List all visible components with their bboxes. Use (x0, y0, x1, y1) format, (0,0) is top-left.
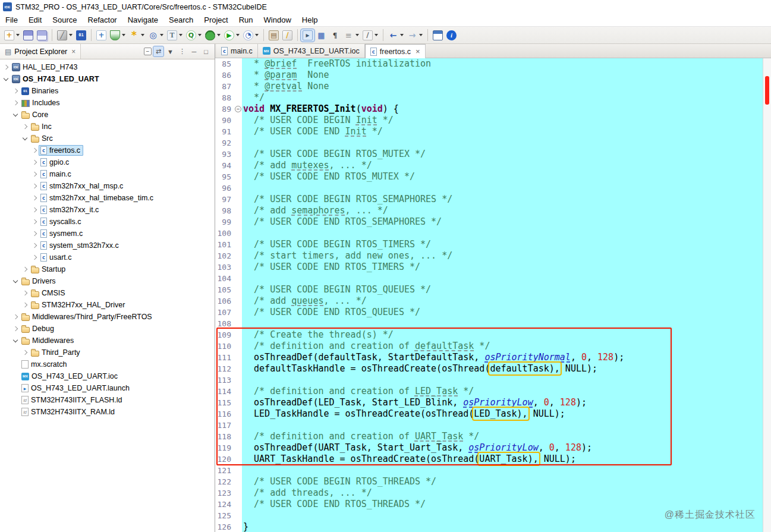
tree-arrow-icon[interactable] (21, 123, 29, 130)
tree-item[interactable]: Core (0, 109, 215, 121)
menu-project[interactable]: Project (199, 14, 233, 26)
tree-arrow-icon[interactable] (31, 242, 38, 249)
menu-refactor[interactable]: Refactor (83, 14, 122, 26)
tree-arrow-icon[interactable] (31, 182, 38, 190)
star-button[interactable]: * (127, 29, 146, 42)
menu-edit[interactable]: Edit (23, 14, 47, 26)
fold-collapse-icon[interactable]: − (235, 106, 241, 112)
tree-arrow-icon[interactable] (31, 218, 38, 225)
tree-item[interactable]: cstm32h7xx_hal_timebase_tim.c (0, 192, 215, 204)
dropdown-arrow-icon[interactable] (419, 34, 423, 36)
tree-arrow-icon[interactable] (2, 75, 10, 83)
tree-arrow-icon[interactable] (21, 301, 29, 309)
tree-item[interactable]: IDEOS_H743_LED_UART (0, 73, 215, 85)
tree-item[interactable]: STM32H7xx_HAL_Driver (0, 299, 215, 311)
run-button[interactable]: ▶ (222, 29, 241, 42)
build-all-button[interactable]: 01 (74, 29, 88, 42)
save-button[interactable] (21, 29, 35, 42)
dropdown-arrow-icon[interactable] (400, 34, 404, 36)
tree-arrow-icon[interactable] (31, 147, 38, 154)
knife-button[interactable]: ╱ (55, 29, 74, 42)
dropdown-arrow-icon[interactable] (179, 34, 182, 36)
tree-item[interactable]: Drivers (0, 275, 215, 287)
dropdown-arrow-icon[interactable] (375, 34, 378, 36)
edit-pen-button[interactable]: ∕ (361, 29, 380, 42)
maximize-icon[interactable]: □ (201, 46, 211, 56)
clipboard-button[interactable]: ▤ (267, 29, 281, 42)
menu-help[interactable]: Help (297, 14, 323, 26)
tree-item[interactable]: cmain.c (0, 168, 215, 180)
dropdown-arrow-icon[interactable] (217, 34, 221, 36)
tree-item[interactable]: Middlewares (0, 335, 215, 347)
overview-ruler[interactable] (763, 58, 771, 532)
tree-item[interactable]: csystem_stm32h7xx.c (0, 240, 215, 251)
tree-arrow-icon[interactable] (21, 289, 29, 297)
tree-arrow-icon[interactable] (12, 111, 19, 118)
info-button[interactable]: i (445, 29, 458, 42)
open-editor-window-button[interactable] (431, 29, 445, 42)
tree-item[interactable]: csyscalls.c (0, 216, 215, 228)
tree-arrow-icon[interactable] (21, 349, 29, 356)
dropdown-arrow-icon[interactable] (141, 34, 144, 36)
menu-run[interactable]: Run (234, 14, 259, 26)
tree-item[interactable]: CMSIS (0, 287, 215, 299)
tree-arrow-icon[interactable] (2, 64, 10, 71)
tab-main.c[interactable]: cmain.c (216, 44, 258, 58)
tree-arrow-icon[interactable] (12, 313, 19, 320)
mark-occurrences-button[interactable]: ≡ (342, 29, 361, 42)
link-editor-icon[interactable]: ⇄ (153, 46, 163, 56)
tree-item[interactable]: Middlewares/Third_Party/FreeRTOS (0, 311, 215, 323)
tree-arrow-icon[interactable] (12, 99, 19, 106)
code-area[interactable]: * @brief FreeRTOS initialization * @para… (242, 58, 763, 532)
menu-window[interactable]: Window (259, 14, 297, 26)
dropdown-arrow-icon[interactable] (160, 34, 163, 36)
tree-item[interactable]: cusart.c (0, 251, 215, 263)
external-tools-button[interactable]: Q (184, 29, 203, 42)
tree-arrow-icon[interactable] (21, 135, 29, 142)
menu-navigate[interactable]: Navigate (122, 14, 163, 26)
tree-arrow-icon[interactable] (31, 206, 38, 213)
filter-icon[interactable]: ▼ (165, 46, 175, 56)
menu-source[interactable]: Source (47, 14, 82, 26)
tree-item[interactable]: Inc (0, 121, 215, 133)
tree-arrow-icon[interactable] (31, 230, 38, 237)
tree-arrow-icon[interactable] (31, 194, 38, 202)
tree-arrow-icon[interactable] (31, 159, 38, 166)
debug-button[interactable] (203, 29, 222, 42)
dropdown-arrow-icon[interactable] (355, 34, 359, 36)
dropdown-arrow-icon[interactable] (198, 34, 202, 36)
tree-item[interactable]: cstm32h7xx_it.c (0, 204, 215, 216)
view-close-icon[interactable]: × (71, 48, 75, 56)
tree-item[interactable]: Src (0, 133, 215, 144)
tree-arrow-icon[interactable] (21, 266, 29, 273)
tree-item[interactable]: mx.scratch (0, 358, 215, 370)
menu-file[interactable]: File (0, 14, 23, 26)
dropdown-arrow-icon[interactable] (16, 34, 20, 36)
tree-arrow-icon[interactable] (31, 254, 38, 261)
tab-freertos.c[interactable]: cfreertos.c× (365, 44, 426, 58)
tab-close-icon[interactable]: × (416, 47, 420, 56)
tree-item[interactable]: MXOS_H743_LED_UART.ioc (0, 370, 215, 382)
tree-item[interactable]: cgpio.c (0, 156, 215, 168)
tree-item[interactable]: IDEHAL_LED_H743 (0, 61, 215, 73)
pilcrow-button[interactable]: ¶ (328, 29, 342, 42)
explorer-view-tab[interactable]: ▤ Project Explorer × (0, 44, 81, 59)
tree-arrow-icon[interactable] (12, 278, 19, 285)
tree-item[interactable]: cfreertos.c (0, 144, 215, 156)
menu-search[interactable]: Search (163, 14, 199, 26)
tab-OS_H743_LED_UART.ioc[interactable]: MXOS_H743_LED_UART.ioc (258, 44, 365, 58)
new-wizard-button[interactable]: + (2, 29, 21, 42)
tree-arrow-icon[interactable] (31, 171, 38, 178)
tree-item[interactable]: Debug (0, 323, 215, 335)
tsquare-button[interactable]: T (165, 29, 184, 42)
flask-button[interactable] (108, 29, 127, 42)
dropdown-arrow-icon[interactable] (255, 34, 259, 36)
tree-item[interactable]: Startup (0, 263, 215, 275)
dual-view-button[interactable]: ▦ (314, 29, 328, 42)
save-all-button[interactable] (35, 29, 49, 42)
tree-item[interactable]: ldSTM32H743IITX_FLASH.ld (0, 394, 215, 406)
wand-button[interactable]: / (281, 29, 294, 42)
tree-item[interactable]: 01Binaries (0, 85, 215, 97)
collapse-all-icon[interactable]: − (144, 48, 152, 55)
dropdown-arrow-icon[interactable] (122, 34, 125, 36)
